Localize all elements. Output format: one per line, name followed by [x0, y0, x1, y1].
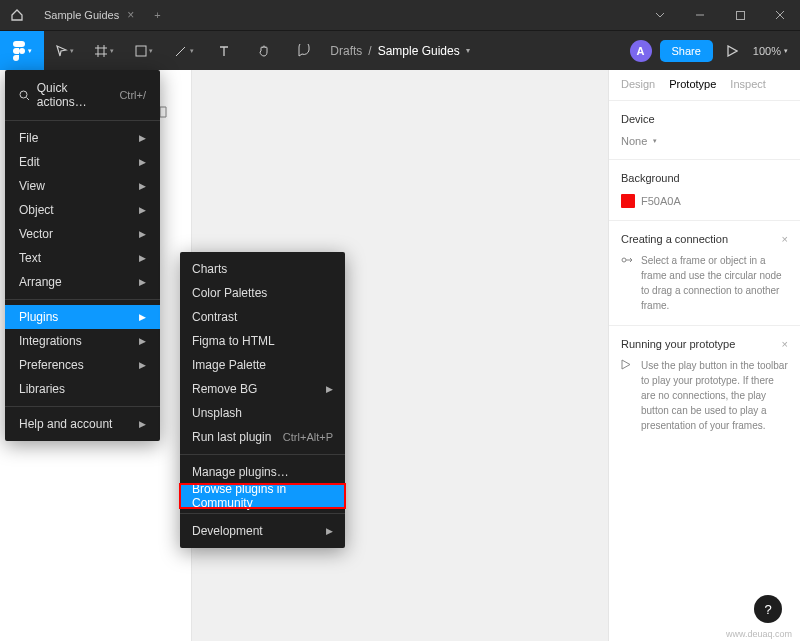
- svg-point-2: [19, 48, 25, 54]
- menu-vector[interactable]: Vector▶: [5, 222, 160, 246]
- menu-libraries[interactable]: Libraries: [5, 377, 160, 401]
- breadcrumb-current: Sample Guides: [378, 44, 460, 58]
- avatar[interactable]: A: [630, 40, 652, 62]
- menu-edit[interactable]: Edit▶: [5, 150, 160, 174]
- tab-inspect[interactable]: Inspect: [730, 78, 765, 100]
- color-swatch[interactable]: [621, 194, 635, 208]
- menu-arrange[interactable]: Arrange▶: [5, 270, 160, 294]
- plugin-color-palettes[interactable]: Color Palettes: [180, 281, 345, 305]
- device-section: Device None▾: [609, 101, 800, 160]
- chevron-down-icon: ▾: [466, 46, 470, 55]
- plugin-figma-to-html[interactable]: Figma to HTML: [180, 329, 345, 353]
- tab-prototype[interactable]: Prototype: [669, 78, 716, 100]
- move-tool[interactable]: ▾: [44, 31, 84, 71]
- quick-actions[interactable]: Quick actions… Ctrl+/: [5, 75, 160, 115]
- tab-title: Sample Guides: [44, 9, 119, 21]
- share-button[interactable]: Share: [660, 40, 713, 62]
- connection-icon: [621, 254, 633, 266]
- play-icon: [621, 359, 631, 370]
- frame-tool[interactable]: ▾: [84, 31, 124, 71]
- breadcrumb-parent: Drafts: [330, 44, 362, 58]
- plugin-charts[interactable]: Charts: [180, 257, 345, 281]
- menu-view[interactable]: View▶: [5, 174, 160, 198]
- comment-tool[interactable]: [284, 31, 324, 71]
- minimize-button[interactable]: [680, 0, 720, 30]
- close-icon[interactable]: ×: [127, 8, 134, 22]
- run-last-plugin[interactable]: Run last pluginCtrl+Alt+P: [180, 425, 345, 449]
- close-icon[interactable]: ×: [782, 338, 788, 350]
- chevron-down-icon[interactable]: [640, 0, 680, 30]
- document-tab[interactable]: Sample Guides ×: [34, 0, 144, 30]
- watermark: www.deuaq.com: [726, 629, 792, 639]
- tab-design[interactable]: Design: [621, 78, 655, 100]
- pen-tool[interactable]: ▾: [164, 31, 204, 71]
- background-section: Background F50A0A: [609, 160, 800, 221]
- menu-object[interactable]: Object▶: [5, 198, 160, 222]
- plugins-submenu: Charts Color Palettes Contrast Figma to …: [180, 252, 345, 548]
- add-tab-button[interactable]: +: [144, 9, 170, 21]
- window-controls: [640, 0, 800, 30]
- home-button[interactable]: [0, 9, 34, 21]
- breadcrumb[interactable]: Drafts / Sample Guides ▾: [330, 44, 469, 58]
- svg-rect-3: [136, 46, 146, 56]
- menu-plugins[interactable]: Plugins▶: [5, 305, 160, 329]
- main-menu: Quick actions… Ctrl+/ File▶ Edit▶ View▶ …: [5, 70, 160, 441]
- menu-help[interactable]: Help and account▶: [5, 412, 160, 436]
- manage-plugins[interactable]: Manage plugins…: [180, 460, 345, 484]
- device-select[interactable]: None▾: [621, 135, 788, 147]
- plugin-remove-bg[interactable]: Remove BG▶: [180, 377, 345, 401]
- device-label: Device: [621, 113, 788, 125]
- svg-point-5: [20, 91, 27, 98]
- zoom-control[interactable]: 100%▾: [753, 45, 788, 57]
- plugin-development[interactable]: Development▶: [180, 519, 345, 543]
- svg-rect-1: [736, 11, 744, 19]
- right-panel-tabs: Design Prototype Inspect: [609, 70, 800, 101]
- svg-line-6: [27, 97, 29, 100]
- right-panel: Design Prototype Inspect Device None▾ Ba…: [608, 70, 800, 641]
- menu-file[interactable]: File▶: [5, 126, 160, 150]
- text-tool[interactable]: [204, 31, 244, 71]
- shape-tool[interactable]: ▾: [124, 31, 164, 71]
- background-label: Background: [621, 172, 788, 184]
- menu-preferences[interactable]: Preferences▶: [5, 353, 160, 377]
- help-prototype: Running your prototype × Use the play bu…: [609, 326, 800, 445]
- close-icon[interactable]: ×: [782, 233, 788, 245]
- plugin-contrast[interactable]: Contrast: [180, 305, 345, 329]
- browse-plugins-community[interactable]: Browse plugins in Community: [180, 484, 345, 508]
- background-value[interactable]: F50A0A: [621, 194, 788, 208]
- main-menu-button[interactable]: ▾: [0, 31, 44, 71]
- figma-icon: [12, 41, 26, 61]
- menu-text[interactable]: Text▶: [5, 246, 160, 270]
- svg-point-4: [622, 258, 626, 262]
- search-icon: [19, 90, 29, 101]
- toolbar: ▾ ▾ ▾ ▾ ▾ Drafts / Sample Guides ▾ A Sha…: [0, 30, 800, 70]
- titlebar: Sample Guides × +: [0, 0, 800, 30]
- plugin-unsplash[interactable]: Unsplash: [180, 401, 345, 425]
- hand-tool[interactable]: [244, 31, 284, 71]
- close-window-button[interactable]: [760, 0, 800, 30]
- menu-integrations[interactable]: Integrations▶: [5, 329, 160, 353]
- present-button[interactable]: [721, 31, 745, 71]
- help-connection: Creating a connection × Select a frame o…: [609, 221, 800, 326]
- plugin-image-palette[interactable]: Image Palette: [180, 353, 345, 377]
- home-icon: [11, 9, 23, 21]
- maximize-button[interactable]: [720, 0, 760, 30]
- help-fab[interactable]: ?: [754, 595, 782, 623]
